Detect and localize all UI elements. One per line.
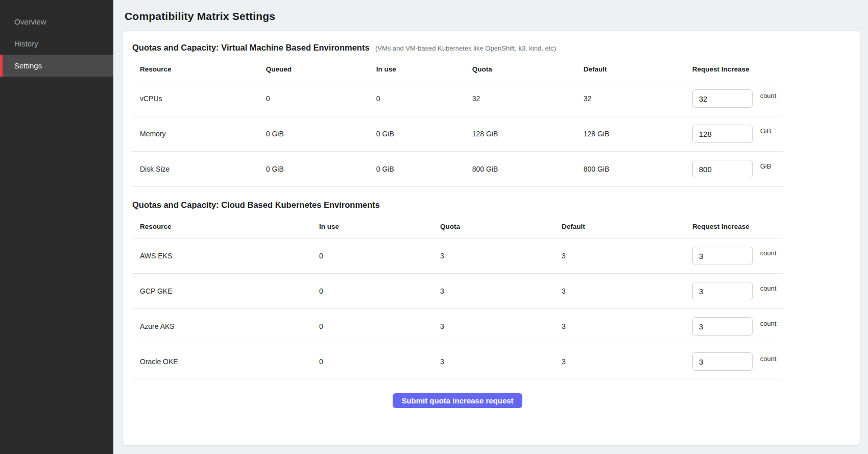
column-header-resource: Resource [132,215,319,238]
cloud-section-title: Quotas and Capacity: Cloud Based Kuberne… [132,200,380,209]
request-increase-input[interactable] [692,317,753,336]
cloud-section-header: Quotas and Capacity: Cloud Based Kuberne… [132,200,850,210]
request-increase-cell: GiB [692,116,783,152]
request-increase-input[interactable] [692,352,753,371]
settings-card: Quotas and Capacity: Virtual Machine Bas… [123,31,860,445]
active-indicator-bar [0,55,3,77]
cloud-table-header-row: Resource In use Quota Default Request In… [132,215,783,238]
default-cell: 3 [562,238,692,274]
sidebar-item-history[interactable]: History [0,33,113,55]
default-cell: 128 GiB [584,116,692,152]
request-increase-input[interactable] [692,89,753,108]
in-use-cell: 0 [319,344,440,379]
quota-cell: 32 [472,81,584,116]
sidebar-item-label: Settings [14,61,42,70]
vm-section: Quotas and Capacity: Virtual Machine Bas… [132,43,850,187]
column-header-resource: Resource [132,58,266,81]
request-increase-input[interactable] [692,282,753,300]
sidebar-item-label: Overview [14,17,46,26]
submit-quota-request-button[interactable]: Submit quota increase request [393,393,522,408]
request-increase-input[interactable] [692,125,753,143]
request-increase-cell: count [692,344,783,379]
unit-label: count [760,284,777,292]
default-cell: 3 [562,274,692,309]
request-increase-input[interactable] [692,160,753,178]
table-row: Oracle OKE 0 3 3 count [132,344,783,379]
table-row: Memory 0 GiB 0 GiB 128 GiB 128 GiB GiB [132,116,783,152]
sidebar-item-settings[interactable]: Settings [0,55,113,77]
queued-cell: 0 GiB [266,152,376,187]
column-header-default: Default [562,215,692,238]
in-use-cell: 0 [319,309,440,344]
quota-cell: 3 [440,344,562,379]
column-header-in-use: In use [319,215,440,238]
column-header-request-increase: Request Increase [692,58,783,81]
table-row: AWS EKS 0 3 3 count [132,238,783,274]
vm-quota-table: Resource Queued In use Quota Default Req… [132,58,783,187]
unit-label: count [760,92,777,100]
main-content: Compatibility Matrix Settings Quotas and… [113,0,868,445]
table-row: vCPUs 0 0 32 32 count [132,81,783,116]
default-cell: 3 [562,344,692,379]
unit-label: count [760,249,777,257]
in-use-cell: 0 GiB [376,116,472,152]
column-header-default: Default [584,58,692,81]
resource-cell: Disk Size [132,152,266,187]
sidebar-item-overview[interactable]: Overview [0,11,113,33]
resource-cell: vCPUs [132,81,266,116]
unit-label: count [760,320,777,327]
default-cell: 3 [562,309,692,344]
submit-row: Submit quota increase request [132,393,783,408]
sidebar: Overview History Settings [0,0,113,454]
quota-cell: 128 GiB [472,116,584,152]
cloud-quota-table: Resource In use Quota Default Request In… [132,215,783,379]
in-use-cell: 0 [319,274,440,309]
page-title: Compatibility Matrix Settings [125,10,860,22]
resource-cell: Azure AKS [132,309,319,344]
quota-cell: 3 [440,274,562,309]
request-increase-cell: count [692,81,783,116]
unit-label: GiB [760,162,771,170]
column-header-queued: Queued [266,58,376,81]
column-header-quota: Quota [440,215,562,238]
vm-table-header-row: Resource Queued In use Quota Default Req… [132,58,783,81]
table-row: Azure AKS 0 3 3 count [132,309,783,344]
quota-cell: 3 [440,309,562,344]
vm-section-header: Quotas and Capacity: Virtual Machine Bas… [132,43,850,53]
vm-section-title: Quotas and Capacity: Virtual Machine Bas… [132,43,370,52]
table-row: GCP GKE 0 3 3 count [132,274,783,309]
request-increase-cell: count [692,274,783,309]
quota-cell: 3 [440,238,562,274]
in-use-cell: 0 GiB [376,152,472,187]
sidebar-item-label: History [14,39,38,48]
column-header-request-increase: Request Increase [692,215,783,238]
in-use-cell: 0 [376,81,472,116]
queued-cell: 0 [266,81,376,116]
resource-cell: AWS EKS [132,238,319,274]
cloud-section: Quotas and Capacity: Cloud Based Kuberne… [132,200,850,379]
unit-label: GiB [760,127,771,135]
column-header-in-use: In use [376,58,472,81]
resource-cell: GCP GKE [132,274,319,309]
unit-label: count [760,355,777,363]
default-cell: 800 GiB [584,152,692,187]
request-increase-input[interactable] [692,247,753,265]
default-cell: 32 [584,81,692,116]
resource-cell: Memory [132,116,266,152]
table-row: Disk Size 0 GiB 0 GiB 800 GiB 800 GiB Gi… [132,152,783,187]
quota-cell: 800 GiB [472,152,584,187]
request-increase-cell: count [692,238,783,274]
column-header-quota: Quota [472,58,584,81]
in-use-cell: 0 [319,238,440,274]
vm-section-subtitle: (VMs and VM-based Kubernetes like OpenSh… [375,44,556,52]
queued-cell: 0 GiB [266,116,376,152]
request-increase-cell: GiB [692,152,783,187]
resource-cell: Oracle OKE [132,344,319,379]
request-increase-cell: count [692,309,783,344]
